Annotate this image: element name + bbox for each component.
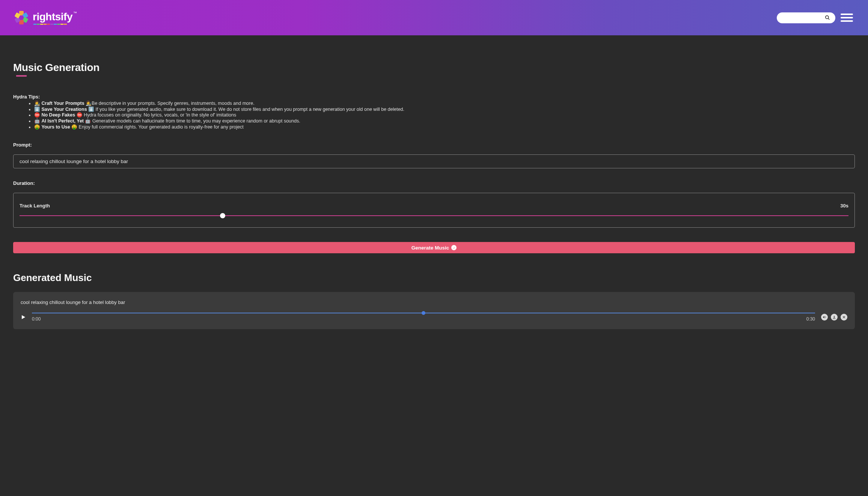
generate-button[interactable]: Generate Music ♪ [13, 242, 855, 253]
trademark: ™ [73, 11, 77, 15]
progress-thumb[interactable] [422, 311, 425, 315]
tips-heading: Hydra Tips: [13, 94, 855, 100]
tip-item: 🤑 Yours to Use 🤑 Enjoy full commercial r… [34, 124, 855, 130]
title-underline [16, 75, 27, 77]
time-row: 0:00 0:30 [32, 316, 815, 322]
svg-marker-8 [22, 315, 25, 319]
player-controls: 0:00 0:30 [21, 313, 847, 322]
brand-logo[interactable]: rightsify™ [13, 9, 77, 26]
time-current: 0:00 [32, 316, 41, 322]
time-total: 0:30 [806, 316, 815, 322]
logo-icon [13, 9, 30, 26]
brand-name: rightsify [33, 11, 72, 23]
search-box[interactable] [777, 12, 835, 23]
menu-icon[interactable] [841, 14, 853, 22]
prompt-input[interactable] [13, 154, 855, 168]
svg-line-7 [828, 18, 830, 20]
brand-text: rightsify™ [33, 11, 77, 25]
duration-value: 30s [840, 203, 848, 209]
slider-thumb[interactable] [220, 213, 225, 218]
music-note-icon: ♪ [451, 245, 457, 250]
player-actions [821, 314, 847, 321]
duration-row: Track Length 30s [20, 203, 848, 209]
close-button[interactable] [841, 314, 847, 321]
track-title: cool relaxing chillout lounge for a hote… [21, 299, 847, 305]
svg-point-6 [826, 16, 829, 19]
duration-label: Duration: [13, 180, 855, 186]
search-icon [825, 15, 830, 20]
close-icon [842, 315, 846, 319]
player-card: cool relaxing chillout lounge for a hote… [13, 292, 855, 329]
volume-icon [823, 315, 826, 319]
volume-button[interactable] [821, 314, 828, 321]
header-actions [777, 12, 853, 23]
duration-box: Track Length 30s [13, 193, 855, 228]
play-button[interactable] [21, 315, 26, 320]
duration-slider[interactable] [20, 215, 848, 216]
progress-wrapper: 0:00 0:30 [32, 313, 815, 322]
download-icon [832, 315, 836, 319]
page-title: Music Generation [13, 62, 855, 74]
tips-section: Hydra Tips: 👩‍🎨 Craft Your Prompts 👩‍🎨Be… [13, 94, 855, 130]
tip-item: ⬇️ Save Your Creations ⬇️ If you like yo… [34, 107, 855, 113]
main-content: Music Generation Hydra Tips: 👩‍🎨 Craft Y… [0, 35, 868, 344]
app-header: rightsify™ [0, 0, 868, 35]
tip-item: 🤖 AI Isn't Perfect, Yet 🤖 Generative mod… [34, 118, 855, 124]
generate-label: Generate Music [411, 245, 449, 251]
download-button[interactable] [831, 314, 838, 321]
tip-item: ⛔ No Deep Fakes ⛔ Hydra focuses on origi… [34, 112, 855, 118]
generated-heading: Generated Music [13, 272, 855, 284]
tips-list: 👩‍🎨 Craft Your Prompts 👩‍🎨Be descriptive… [13, 101, 855, 130]
track-length-label: Track Length [20, 203, 50, 209]
progress-bar[interactable] [32, 313, 815, 313]
prompt-label: Prompt: [13, 142, 855, 148]
play-icon [21, 315, 26, 320]
logo-accent-bars [33, 24, 77, 25]
tip-item: 👩‍🎨 Craft Your Prompts 👩‍🎨Be descriptive… [34, 101, 855, 107]
